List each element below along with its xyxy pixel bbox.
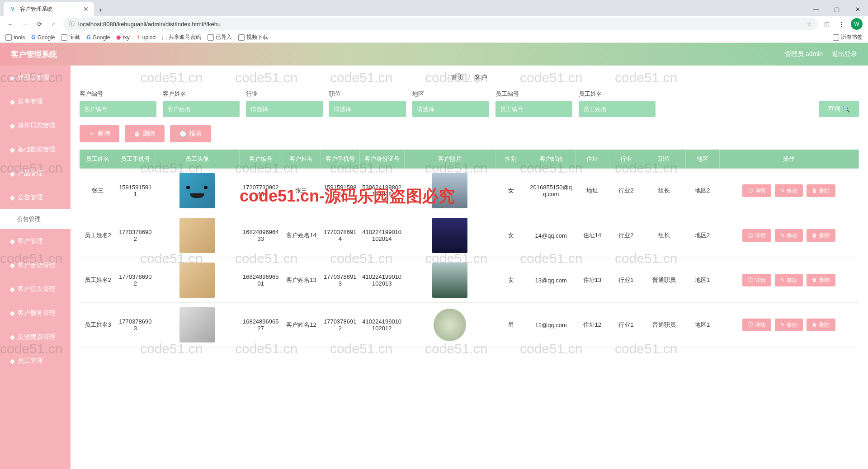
cell-gender: 女 (495, 258, 527, 303)
th-area: 地区 (685, 150, 719, 169)
emp-avatar-img (179, 307, 215, 342)
row-delete-button[interactable]: 🗑删除 (807, 319, 835, 331)
address-bar: ← → ⟳ ⌂ ⓘ localhost:8080/kehuguanli/admi… (0, 16, 868, 32)
extensions-icon[interactable]: ◫ (822, 19, 832, 29)
menu-icon[interactable]: ⋮ (836, 19, 846, 29)
row-detail-button[interactable]: ⓘ详情 (742, 319, 771, 331)
emp-no-input[interactable] (495, 101, 572, 117)
sidebar-item-announce-sub[interactable]: 公告管理 (0, 209, 71, 229)
breadcrumb: 首页 / 客户 (71, 66, 868, 90)
nav-reload-icon[interactable]: ⟳ (34, 19, 44, 29)
field-label: 地区 (412, 90, 489, 98)
sidebar-item-admin[interactable]: ◆管理员管理 (0, 66, 71, 89)
report-button[interactable]: 🕒报表 (170, 125, 211, 142)
emp-avatar-img (179, 173, 215, 208)
new-tab-button[interactable]: ＋ (94, 4, 107, 16)
sidebar-item-announce[interactable]: ◆公告管理 (0, 185, 71, 209)
row-delete-button[interactable]: 🗑删除 (807, 184, 835, 197)
sidebar-item-service[interactable]: ◆客户服务管理 (0, 301, 71, 325)
cell-cust-name: 客户姓名13 (282, 258, 321, 303)
cust-photo-img (434, 309, 466, 341)
th-cust-photo: 客户照片 (404, 150, 495, 169)
profile-avatar[interactable]: W (851, 18, 863, 30)
th-addr: 住址 (575, 150, 609, 169)
cell-industry: 行业1 (609, 303, 643, 347)
bookmark-item[interactable]: tools (5, 34, 25, 41)
query-button[interactable]: 查询🔍 (819, 101, 859, 117)
bookmark-item[interactable]: GGoogle (86, 34, 110, 41)
nav-home-icon[interactable]: ⌂ (49, 19, 59, 29)
row-edit-button[interactable]: ✎修改 (775, 319, 803, 331)
bookmark-item[interactable]: 宝藏 (61, 33, 80, 41)
bookmarks-bar: tools GGoogle 宝藏 GGoogle ⬣txy ↥uplod ⬚共享… (0, 32, 868, 43)
cell-emp-phone: 17703786903 (116, 303, 155, 347)
sidebar-item-employee[interactable]: ◆员工管理 (0, 349, 71, 373)
row-detail-button[interactable]: ⓘ详情 (742, 274, 771, 286)
bookmark-item[interactable]: ↥uplod (136, 34, 156, 41)
industry-select[interactable] (246, 101, 323, 117)
cell-cust-id: 410224199010102013 (359, 258, 404, 303)
trash-icon: 🗑 (812, 188, 817, 194)
cell-position: 组长 (643, 169, 685, 213)
row-edit-button[interactable]: ✎修改 (775, 274, 803, 286)
row-edit-button[interactable]: ✎修改 (775, 229, 803, 242)
google-icon: G (86, 34, 90, 41)
sidebar-item-product[interactable]: ◆产品管理 (0, 161, 71, 185)
bookmark-item[interactable]: ⬣txy (116, 34, 129, 41)
row-detail-button[interactable]: ⓘ详情 (742, 229, 771, 242)
admin-label[interactable]: 管理员 admin (785, 50, 823, 58)
sidebar-item-lost[interactable]: ◆客户流失管理 (0, 277, 71, 301)
bookmark-item[interactable]: 视频下载 (238, 33, 268, 41)
logout-link[interactable]: 退出登录 (832, 50, 857, 58)
cust-photo-img (432, 173, 467, 208)
window-minimize-icon[interactable]: — (806, 2, 826, 16)
th-ops: 操作 (719, 150, 859, 169)
row-edit-button[interactable]: ✎修改 (775, 184, 803, 197)
cell-addr: 地址 (575, 169, 609, 213)
row-delete-button[interactable]: 🗑删除 (807, 274, 835, 286)
cust-photo-img (432, 263, 467, 298)
bookmark-item[interactable]: GGoogle (31, 34, 55, 41)
cell-industry: 行业1 (609, 258, 643, 303)
sidebar-item-visit[interactable]: ◆客户走访管理 (0, 253, 71, 277)
sidebar-item-log[interactable]: ◆操作日志管理 (0, 113, 71, 137)
sidebar-item-feedback[interactable]: ◆反馈建议管理 (0, 325, 71, 349)
cell-emp-name: 员工姓名3 (80, 303, 116, 347)
cell-gender: 女 (495, 169, 527, 213)
bookmark-star-icon[interactable]: ☆ (807, 21, 812, 28)
url-box[interactable]: ⓘ localhost:8080/kehuguanli/admin/dist/i… (63, 18, 817, 30)
trash-icon: 🗑 (812, 277, 817, 283)
nav-back-icon[interactable]: ← (5, 19, 15, 29)
folder-icon (5, 34, 12, 41)
position-select[interactable] (329, 101, 406, 117)
nav-forward-icon[interactable]: → (20, 19, 30, 29)
breadcrumb-home[interactable]: 首页 (451, 74, 464, 81)
cust-name-input[interactable] (163, 101, 240, 117)
row-detail-button[interactable]: ⓘ详情 (742, 184, 771, 197)
window-close-icon[interactable]: ✕ (847, 2, 868, 16)
site-info-icon[interactable]: ⓘ (69, 20, 75, 28)
sidebar-item-menu[interactable]: ◆菜单管理 (0, 89, 71, 113)
cell-cust-name: 客户姓名14 (282, 213, 321, 258)
diamond-icon: ◆ (10, 333, 15, 341)
sidebar-item-customer[interactable]: ◆客户管理 (0, 229, 71, 253)
sidebar-item-basic[interactable]: ◆基础数据管理 (0, 137, 71, 161)
add-button[interactable]: ＋新增 (80, 125, 119, 142)
delete-button[interactable]: 🗑删除 (125, 125, 165, 142)
field-label: 客户编号 (80, 90, 156, 98)
window-maximize-icon[interactable]: ▢ (826, 2, 847, 16)
bookmark-item[interactable]: 已导入 (208, 33, 232, 41)
field-label: 员工编号 (495, 90, 572, 98)
bookmark-item[interactable]: ⬚共享账号密码 (162, 33, 201, 41)
sidebar: ◆管理员管理 ◆菜单管理 ◆操作日志管理 ◆基础数据管理 ◆产品管理 ◆公告管理… (0, 43, 71, 469)
cust-no-input[interactable] (80, 101, 156, 117)
all-bookmarks[interactable]: 所有书签 (833, 33, 863, 41)
row-delete-button[interactable]: 🗑删除 (807, 229, 835, 242)
emp-name-input[interactable] (579, 101, 656, 117)
table-row: 员工姓名3 17703786903 1682489696527 客户姓名12 1… (80, 303, 859, 347)
edit-icon: ✎ (780, 277, 785, 283)
tab-close-icon[interactable]: ✕ (83, 5, 89, 13)
area-select[interactable] (412, 101, 489, 117)
browser-tab[interactable]: V 客户管理系统 ✕ (4, 2, 94, 16)
th-emp-phone: 员工手机号 (116, 150, 155, 169)
